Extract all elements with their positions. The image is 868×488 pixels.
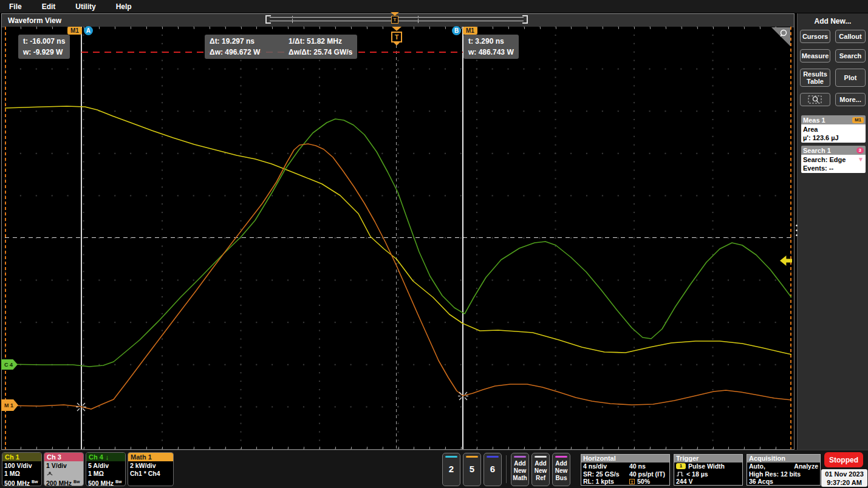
math1-expression: Ch1 * Ch4 xyxy=(130,470,171,478)
search1-card[interactable]: Search 1 3 Search: Edge ▼ Events: -- xyxy=(801,146,866,173)
acquisition-count: 36 Acqs xyxy=(749,478,773,485)
search1-events: Events: -- xyxy=(803,164,864,172)
menu-item-utility[interactable]: Utility xyxy=(75,2,95,11)
menu-bar: File Edit Utility Help xyxy=(0,0,868,13)
add-new-ref-label: Add New Ref xyxy=(532,460,549,482)
acquisition-mode: Auto, xyxy=(749,463,765,470)
inverse-delta-t: 1/Δt: 51.82 MHz xyxy=(289,36,352,47)
cursor-b-time: t: 3.290 ns xyxy=(468,36,514,47)
callout-button[interactable]: Callout xyxy=(835,30,866,43)
math1-scale: 2 kW/div xyxy=(130,462,171,470)
run-stop-button[interactable]: Stopped xyxy=(824,452,863,467)
add-new-grid: Cursors Callout Measure Search Results T… xyxy=(798,30,868,106)
waveform-math1-power xyxy=(5,144,791,409)
more-button[interactable]: More... xyxy=(835,93,866,106)
window-title: Waveform View xyxy=(8,16,61,25)
menu-item-edit[interactable]: Edit xyxy=(42,2,56,11)
search1-body: Search: Edge ▼ Events: -- xyxy=(801,155,866,173)
channel6-enable-button[interactable]: 6 xyxy=(484,453,502,486)
search1-title: Search 1 xyxy=(803,147,831,154)
graticule: t: -16.007 ns w: -9.929 W Δt: 19.297 ns … xyxy=(5,27,791,449)
ref-color-stripe xyxy=(535,456,547,458)
overview-divider xyxy=(418,16,419,23)
channel4-badge[interactable]: Ch 4 ↓ 5 A/div 1 MΩ 500 MHz Bw xyxy=(86,452,126,486)
channel1-scale: 100 V/div xyxy=(4,462,39,470)
math-color-stripe xyxy=(514,456,526,458)
cursor-a-value: w: -9.929 W xyxy=(23,47,65,58)
acquisition-panel[interactable]: Acquisition Auto,Analyze High Res: 12 bi… xyxy=(747,454,821,486)
channel1-label: Ch 1 xyxy=(5,453,19,461)
horizontal-overview-bar[interactable]: T xyxy=(265,15,528,24)
cursor-b-source-badge[interactable]: M1 xyxy=(463,27,477,35)
sample-rate: SR: 25 GS/s xyxy=(583,470,627,478)
channel5-color-stripe xyxy=(466,456,478,458)
trigger-panel[interactable]: Trigger 1Pulse Width < 18 µs 244 V xyxy=(674,454,743,486)
search1-count-badge: 3 xyxy=(856,147,864,154)
trigger-source-badge: 1 xyxy=(676,463,686,469)
time-label: 9:37:20 AM xyxy=(821,478,867,487)
record-length: RL: 1 kpts xyxy=(583,478,627,485)
bandwidth-limit-icon: Bw xyxy=(32,480,38,484)
resolution: 40 ps/pt (IT) xyxy=(629,470,665,478)
channel2-number: 2 xyxy=(443,464,460,474)
oscilloscope-app: File Edit Utility Help Waveform View T xyxy=(0,0,868,488)
search-button[interactable]: Search xyxy=(835,49,866,63)
trigger-position-indicator[interactable]: T xyxy=(391,16,398,24)
menu-item-help[interactable]: Help xyxy=(116,2,132,11)
zoom-mode-button[interactable] xyxy=(800,93,830,106)
search1-header: Search 1 3 xyxy=(801,146,866,155)
channel1-impedance: 1 MΩ xyxy=(4,470,39,478)
right-sidebar: Add New... Cursors Callout Measure Searc… xyxy=(797,13,868,450)
pulse-width-icon xyxy=(676,471,684,477)
channel2-color-stripe xyxy=(445,456,457,458)
channel4-impedance: 1 MΩ xyxy=(88,470,123,478)
acquisition-title: Acquisition xyxy=(747,455,820,463)
cursor-b-readout: t: 3.290 ns w: 486.743 W xyxy=(463,35,519,59)
horizontal-panel[interactable]: Horizontal 4 ns/div40 ns SR: 25 GS/s40 p… xyxy=(581,454,670,486)
add-new-math-label: Add New Math xyxy=(511,460,528,482)
channel2-enable-button[interactable]: 2 xyxy=(442,453,460,486)
plot-button[interactable]: Plot xyxy=(835,69,866,87)
cursor-a-waveform-marker xyxy=(76,402,86,412)
channel5-enable-button[interactable]: 5 xyxy=(463,453,481,486)
trigger-marker[interactable]: T xyxy=(391,27,402,46)
channel4-bandwidth: 500 MHz xyxy=(88,480,114,486)
channel6-color-stripe xyxy=(487,456,499,458)
meas1-body: Area µ': 123.6 µJ xyxy=(801,124,866,143)
trigger-type: Pulse Width xyxy=(688,463,725,470)
add-new-ref-button[interactable]: Add New Ref xyxy=(531,453,550,486)
cursor-a-source-badge[interactable]: M1 xyxy=(67,27,82,35)
horizontal-scale: 4 ns/div xyxy=(583,463,627,470)
add-new-math-button[interactable]: Add New Math xyxy=(511,453,529,486)
trigger-level: 244 V xyxy=(676,478,692,485)
add-new-bus-label: Add New Bus xyxy=(553,460,570,482)
results-table-button[interactable]: Results Table xyxy=(800,69,830,87)
cursor-a-handle[interactable]: A xyxy=(84,26,93,35)
channel1-bandwidth: 500 MHz xyxy=(4,480,30,486)
trigger-title: Trigger xyxy=(674,455,742,463)
meas1-title: Meas 1 xyxy=(803,117,825,124)
bus-color-stripe xyxy=(555,456,567,458)
cursor-a-readout: t: -16.007 ns w: -9.929 W xyxy=(18,35,70,59)
menu-item-file[interactable]: File xyxy=(9,2,22,11)
trigger-condition: < 18 µs xyxy=(686,470,708,478)
acquisition-analyze: Analyze xyxy=(794,463,818,470)
cursor-b-handle[interactable]: B xyxy=(452,26,461,35)
horizontal-window: 40 ns xyxy=(629,463,646,470)
measure-button[interactable]: Measure xyxy=(800,49,830,63)
trigger-marker-icon: T xyxy=(391,32,402,42)
cursor-delta-readout: Δt: 19.297 ns 1/Δt: 51.82 MHz Δw: 496.67… xyxy=(205,35,357,59)
waveform-traces xyxy=(5,27,791,449)
panel-resize-handle[interactable] xyxy=(795,225,798,239)
math1-label: Math 1 xyxy=(131,453,152,461)
cursors-button[interactable]: Cursors xyxy=(800,30,830,43)
meas1-header: Meas 1 M1 xyxy=(801,115,866,124)
math1-badge[interactable]: Math 1 2 kW/div Ch1 * Ch4 xyxy=(128,452,174,486)
bandwidth-limit-icon: Bw xyxy=(115,480,122,484)
add-new-bus-button[interactable]: Add New Bus xyxy=(552,453,570,486)
channel4-label: Ch 4 xyxy=(89,453,103,461)
channel1-badge[interactable]: Ch 1 100 V/div 1 MΩ 500 MHz Bw xyxy=(2,452,42,486)
acquisition-detail: High Res: 12 bits xyxy=(749,470,801,478)
channel3-badge[interactable]: Ch 3 1 V/div 200 MHz Bw xyxy=(44,452,84,486)
meas1-card[interactable]: Meas 1 M1 Area µ': 123.6 µJ xyxy=(801,115,866,143)
